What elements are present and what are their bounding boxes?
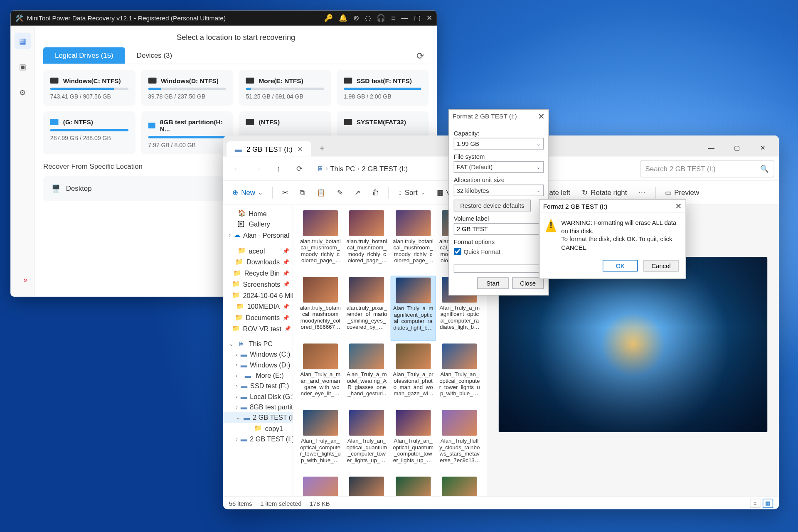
- file-item[interactable]: Alan_Truly_a_man_and_woman_gaze_with_won…: [298, 342, 343, 407]
- drive-card[interactable]: (G: NTFS) 287.99 GB / 288.09 GB: [43, 111, 135, 154]
- maximize-button[interactable]: ▢: [414, 14, 420, 22]
- file-item[interactable]: Alan_Truly_an_optical_computer_tower_lig…: [437, 342, 483, 407]
- tree-onedrive[interactable]: ›☁Alan - Personal: [223, 229, 293, 241]
- more-button[interactable]: ⋯: [634, 185, 650, 200]
- tree-folder-item[interactable]: 📁copy1: [223, 423, 293, 434]
- disc-icon[interactable]: ⊚: [353, 14, 359, 22]
- ok-button[interactable]: OK: [603, 260, 638, 271]
- help-icon[interactable]: ◌: [365, 14, 371, 22]
- view-list-button[interactable]: ≡: [750, 498, 760, 507]
- tree-drive-item[interactable]: ›▬More (E:): [223, 370, 293, 381]
- tree-drive-item[interactable]: ›▬SSD test (F:): [223, 381, 293, 391]
- tree-drive-item[interactable]: ›▬Windows (D:): [223, 360, 293, 370]
- drive-card[interactable]: 8GB test partition(H: N... 7.97 GB / 8.0…: [141, 111, 233, 154]
- restore-defaults-button[interactable]: Restore device defaults: [454, 200, 531, 212]
- file-item[interactable]: Alan_Truly_a_model_wearing_AR_glasses_on…: [344, 342, 389, 407]
- tree-pinned-item[interactable]: 📁2024-10-04 6 Mile Br📌: [223, 290, 293, 301]
- close-button[interactable]: Close: [512, 277, 544, 289]
- minitool-titlebar[interactable]: 🛠️ MiniTool Power Data Recovery v12.1 - …: [10, 10, 437, 26]
- file-item[interactable]: Alan_Truly_a_professional_photo_man_and_…: [391, 342, 436, 407]
- file-item[interactable]: Alan_Truly_an_optical_computer_tower_lig…: [298, 409, 343, 474]
- tree-drive-item[interactable]: ›▬8GB test partition (I: [223, 402, 293, 412]
- file-item[interactable]: Alan_Truly_an_optical_quantum_computer_t…: [344, 409, 389, 474]
- file-item[interactable]: Alan_Truly_marvelous_malachite_women_lep…: [437, 475, 483, 497]
- file-item[interactable]: alan.truly_pixar_render_of_mario_smiling…: [344, 276, 389, 341]
- nav-forward-button[interactable]: →: [249, 160, 266, 177]
- bell-icon[interactable]: 🔔: [339, 14, 347, 22]
- nav-refresh-button[interactable]: ⟳: [291, 160, 308, 177]
- close-button[interactable]: ✕: [750, 139, 776, 156]
- breadcrumb-drive[interactable]: 2 GB TEST (I:): [362, 165, 408, 173]
- sidebar-media[interactable]: ▣: [14, 59, 30, 75]
- file-item[interactable]: alan.truly_botanical_mushroommoodyrichly…: [298, 276, 343, 341]
- file-item[interactable]: alan.truly_botanical_mushroom_moody_rich…: [298, 209, 343, 274]
- tree-gallery[interactable]: 🖼Gallery: [223, 219, 293, 229]
- menu-icon[interactable]: ≡: [391, 14, 395, 22]
- file-item[interactable]: alan.truly_botanical_mushroom_moody_rich…: [344, 209, 389, 274]
- tab-devices[interactable]: Devices (3): [125, 47, 184, 64]
- tree-drive-item[interactable]: ⌄▬2 GB TEST (I:): [223, 412, 293, 423]
- view-grid-button[interactable]: ▦: [763, 498, 773, 507]
- capacity-select[interactable]: 1.99 GB⌄: [454, 138, 544, 150]
- tab-logical-drives[interactable]: Logical Drives (15): [43, 47, 125, 64]
- tree-drive-item[interactable]: ›▬Windows (C:): [223, 349, 293, 360]
- drive-card[interactable]: More(E: NTFS) 51.25 GB / 691.04 GB: [239, 70, 331, 106]
- search-input[interactable]: Search 2 GB TEST (I:) 🔍: [640, 160, 774, 177]
- quick-format-checkbox[interactable]: Quick Format: [454, 248, 544, 255]
- copy-button[interactable]: ⧉: [295, 185, 310, 200]
- headset-icon[interactable]: 🎧: [377, 14, 385, 22]
- file-item[interactable]: alan.truly_botanical_mushroom_moody_rich…: [391, 209, 436, 274]
- preview-button[interactable]: ▭Preview: [660, 185, 704, 200]
- delete-button[interactable]: 🗑: [367, 185, 384, 200]
- tab-close-icon[interactable]: ✕: [297, 145, 303, 154]
- file-item[interactable]: Alan_Truly_Mark_Zuckerberg_wears_bulky_A…: [344, 475, 389, 497]
- close-icon[interactable]: ✕: [675, 201, 682, 210]
- filesystem-select[interactable]: FAT (Default)⌄: [454, 161, 544, 173]
- expand-sidebar-button[interactable]: »: [23, 275, 27, 284]
- tree-pinned-item[interactable]: 📁Downloads📌: [223, 256, 293, 268]
- recover-desktop[interactable]: 🖥️ Desktop: [43, 176, 233, 201]
- drive-card[interactable]: SSD test(F: NTFS) 1.98 GB / 2.00 GB: [337, 70, 429, 106]
- file-item[interactable]: Alan_Truly_a_magnificent_optical_compute…: [391, 276, 436, 341]
- drive-card[interactable]: Windows(C: NTFS) 743.41 GB / 907.56 GB: [43, 70, 135, 106]
- share-button[interactable]: ↗: [350, 185, 365, 200]
- sidebar-recovery[interactable]: ▦: [14, 33, 30, 49]
- sidebar-settings[interactable]: ⚙: [14, 84, 30, 100]
- cut-button[interactable]: ✂: [277, 185, 293, 200]
- file-item[interactable]: Alan_Truly_fluffy_clouds_rainbows_stars_…: [298, 475, 343, 497]
- nav-up-button[interactable]: ↑: [270, 160, 287, 177]
- warning-titlebar[interactable]: Format 2 GB TEST (I:) ✕: [539, 200, 685, 213]
- tree-pinned-item[interactable]: 📁Documents📌: [223, 312, 293, 323]
- tree-pinned-item[interactable]: 📁Recycle Bin📌: [223, 267, 293, 278]
- minimize-button[interactable]: —: [401, 14, 408, 22]
- breadcrumb-this-pc[interactable]: This PC: [330, 165, 355, 173]
- file-item[interactable]: Alan_Truly_fluffy_clouds_rainbows_stars_…: [437, 409, 483, 474]
- explorer-tab[interactable]: ▬ 2 GB TEST (I:) ✕: [227, 141, 311, 157]
- volume-label-input[interactable]: [454, 223, 544, 235]
- tree-this-pc[interactable]: ⌄🖥This PC: [223, 339, 293, 349]
- new-tab-button[interactable]: +: [313, 140, 330, 157]
- cancel-button[interactable]: Cancel: [643, 260, 678, 271]
- nav-back-button[interactable]: ←: [228, 160, 245, 177]
- drive-card[interactable]: Windows(D: NTFS) 39.78 GB / 237.50 GB: [141, 70, 233, 106]
- tree-drive-item[interactable]: ›▬2 GB TEST (I:): [223, 434, 293, 444]
- new-button[interactable]: ⊕New⌄: [228, 185, 268, 200]
- file-item[interactable]: Alan_Truly_an_optical_quantum_computer_t…: [391, 409, 436, 474]
- format-titlebar[interactable]: Format 2 GB TEST (I:) ✕: [449, 110, 548, 123]
- maximize-button[interactable]: ▢: [724, 139, 750, 156]
- allocation-select[interactable]: 32 kilobytes⌄: [454, 185, 544, 196]
- tree-drive-item[interactable]: ›▬Local Disk (G:): [223, 391, 293, 401]
- rename-button[interactable]: ✎: [332, 185, 347, 200]
- refresh-button[interactable]: ⟳: [412, 48, 429, 64]
- file-item[interactable]: Alan_Truly_marvelous_malachite_women_lep…: [391, 475, 436, 497]
- tree-pinned-item[interactable]: 📁ROV VR test📌: [223, 323, 293, 334]
- close-button[interactable]: ✕: [426, 14, 432, 22]
- sort-button[interactable]: ↕Sort⌄: [394, 185, 430, 200]
- tree-pinned-item[interactable]: 📁100MEDIA📌: [223, 301, 293, 312]
- explorer-tree[interactable]: 🏠Home 🖼Gallery ›☁Alan - Personal 📁aceof📌…: [223, 204, 293, 497]
- tree-pinned-item[interactable]: 📁Screenshots📌: [223, 278, 293, 290]
- tree-home[interactable]: 🏠Home: [223, 208, 293, 219]
- paste-button[interactable]: 📋: [312, 185, 330, 200]
- key-icon[interactable]: 🔑: [324, 14, 333, 22]
- tree-pinned-item[interactable]: 📁aceof📌: [223, 245, 293, 256]
